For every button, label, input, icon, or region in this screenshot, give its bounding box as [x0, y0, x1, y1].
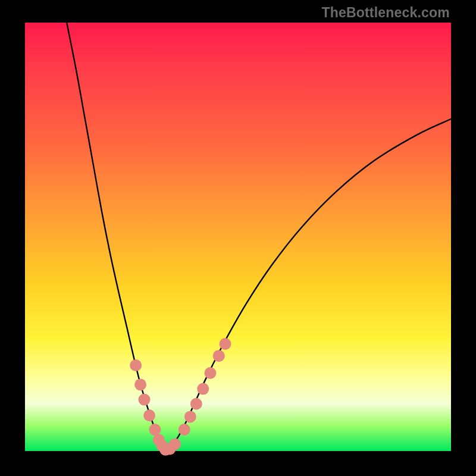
data-point [184, 411, 196, 422]
data-point [134, 378, 146, 390]
data-point [143, 409, 155, 421]
watermark-text: TheBottleneck.com [321, 5, 450, 21]
data-point [130, 359, 142, 371]
data-point [220, 338, 231, 350]
data-point [138, 394, 150, 406]
plot-area [25, 23, 451, 451]
data-point [190, 398, 202, 410]
data-point [169, 438, 181, 450]
frame: TheBottleneck.com [0, 0, 476, 476]
data-point [178, 424, 190, 436]
data-point [197, 383, 209, 395]
data-point [204, 367, 216, 379]
data-point [149, 424, 161, 436]
data-point [213, 350, 225, 362]
curve-dots [25, 23, 451, 451]
